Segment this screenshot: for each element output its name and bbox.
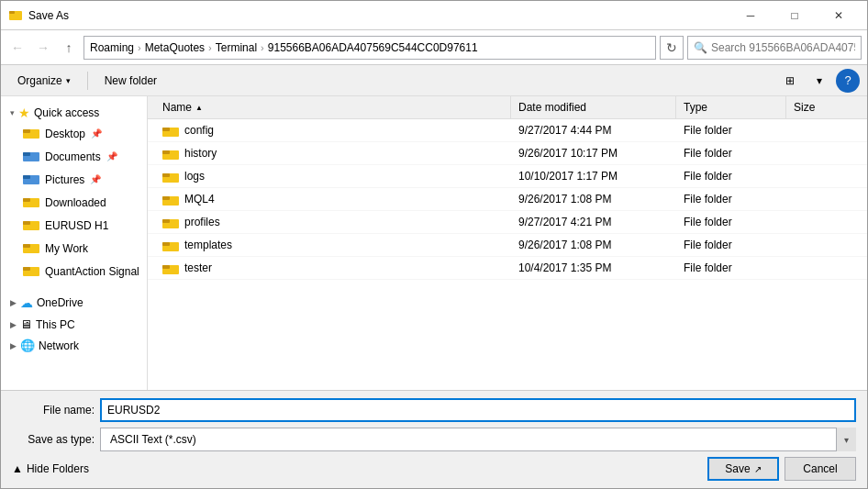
search-box[interactable]: 🔍 [687,36,862,60]
svg-rect-19 [162,150,170,154]
file-row[interactable]: profiles 9/27/2017 4:21 PM File folder [148,211,867,234]
view-dropdown-icon: ▾ [817,74,822,87]
up-button[interactable]: ↑ [58,37,80,59]
onedrive-chevron-icon: ▶ [10,298,17,307]
folder-icon [162,239,179,251]
refresh-icon: ↻ [666,40,677,55]
help-button[interactable]: ? [836,69,860,93]
file-row[interactable]: history 9/26/2017 10:17 PM File folder [148,142,867,165]
sidebar-section-quickaccess[interactable]: ▾ ★ Quick access [1,100,147,122]
title-bar: Save As ─ □ ✕ [1,1,867,30]
sidebar-pictures-label: Pictures [45,173,84,186]
header-date-modified[interactable]: Date modified [511,96,676,118]
file-row[interactable]: templates 9/26/2017 1:08 PM File folder [148,234,867,257]
hide-folders-label: Hide Folders [27,462,89,475]
organize-button[interactable]: Organize ▾ [8,69,80,93]
filename-label: File name: [12,404,95,417]
refresh-button[interactable]: ↻ [660,36,684,60]
file-row[interactable]: tester 10/4/2017 1:35 PM File folder [148,257,867,280]
back-button[interactable]: ← [6,37,28,59]
file-cell-date: 10/10/2017 1:17 PM [511,165,676,187]
hide-folders-button[interactable]: ▲ Hide Folders [12,462,89,475]
sidebar-item-desktop[interactable]: Desktop 📌 [1,122,147,145]
close-button[interactable]: ✕ [818,1,860,30]
eurusd-folder-icon [23,217,39,233]
new-folder-button[interactable]: New folder [95,69,166,93]
sidebar-onedrive-label: OneDrive [37,296,83,309]
sidebar-network-label: Network [39,339,79,352]
sidebar-item-pictures[interactable]: Pictures 📌 [1,168,147,191]
sidebar-item-quantaction[interactable]: QuantAction Signal [1,260,147,283]
organize-chevron-icon: ▾ [66,76,71,85]
filename-input[interactable] [100,398,856,422]
svg-rect-13 [23,244,30,248]
sidebar-section-network[interactable]: ▶ 🌐 Network [1,333,147,354]
svg-rect-29 [162,265,170,269]
file-row[interactable]: logs 10/10/2017 1:17 PM File folder [148,165,867,188]
forward-button[interactable]: → [32,37,54,59]
minimize-button[interactable]: ─ [729,1,772,30]
sidebar-item-eurusd[interactable]: EURUSD H1 [1,214,147,237]
sidebar-item-documents[interactable]: Documents 📌 [1,145,147,168]
file-cell-name: logs [155,165,511,187]
file-cell-name: profiles [155,211,511,233]
saveastype-row: Save as type: ASCII Text (*.csv)CSV (*.c… [12,428,856,451]
maximize-button[interactable]: □ [773,1,816,30]
save-cursor-icon: ↗ [754,464,762,474]
file-list: Name ▲ Date modified Type Size [148,96,867,390]
svg-rect-27 [162,242,170,246]
hide-folders-chevron-icon: ▲ [12,462,23,475]
file-cell-size [786,165,860,187]
file-cell-date: 9/27/2017 4:21 PM [511,211,676,233]
desktop-pin-icon: 📌 [91,128,102,139]
pictures-pin-icon: 📌 [90,174,101,184]
saveastype-select-wrapper[interactable]: ASCII Text (*.csv)CSV (*.csv)Text (*.txt… [100,428,856,451]
organize-label: Organize [17,74,62,87]
search-input[interactable] [711,41,855,54]
sort-asc-icon: ▲ [195,104,203,112]
path-roaming: Roaming [90,41,134,54]
svg-rect-21 [162,173,170,177]
sidebar-quickaccess-label: Quick access [34,106,99,119]
action-row: ▲ Hide Folders Save ↗ Cancel [12,457,856,481]
address-bar: ← → ↑ Roaming › MetaQuotes › Terminal › … [1,30,867,65]
folder-icon [162,170,179,183]
sidebar-section-thispc[interactable]: ▶ 🖥 This PC [1,312,147,333]
sidebar-item-downloaded[interactable]: Downloaded [1,191,147,214]
quickaccess-star-icon: ★ [18,106,30,120]
filename-row: File name: [12,398,856,422]
svg-rect-15 [23,267,30,271]
header-name[interactable]: Name ▲ [155,96,511,118]
save-button[interactable]: Save ↗ [707,457,779,481]
file-cell-size [786,119,860,141]
view-dropdown-button[interactable]: ▾ [807,69,832,93]
address-path[interactable]: Roaming › MetaQuotes › Terminal › 915566… [83,36,656,60]
folder-icon [162,261,179,274]
header-size[interactable]: Size [786,96,860,118]
save-label: Save [725,462,750,475]
network-chevron-icon: ▶ [10,341,17,350]
work-folder-icon [23,240,39,256]
file-row[interactable]: MQL4 9/26/2017 1:08 PM File folder [148,188,867,211]
file-cell-date: 9/26/2017 1:08 PM [511,234,676,256]
view-toggle-button[interactable]: ⊞ [777,69,803,93]
cancel-label: Cancel [803,462,837,475]
cancel-button[interactable]: Cancel [785,457,856,481]
file-cell-name: MQL4 [155,188,511,210]
file-cell-type: File folder [676,211,786,233]
file-cell-name: tester [155,257,511,279]
folder-icon [162,147,179,160]
file-cell-type: File folder [676,119,786,141]
svg-rect-5 [23,152,30,156]
file-cell-type: File folder [676,188,786,210]
path-terminal: Terminal [216,41,257,54]
header-type[interactable]: Type [676,96,786,118]
file-row[interactable]: config 9/27/2017 4:44 PM File folder [148,119,867,142]
file-cell-name: config [155,119,511,141]
svg-rect-7 [23,175,30,179]
saveastype-select[interactable]: ASCII Text (*.csv)CSV (*.csv)Text (*.txt… [100,428,856,451]
pictures-folder-icon [23,172,39,187]
sidebar-section-onedrive[interactable]: ▶ ☁ OneDrive [1,290,147,312]
quickaccess-chevron-icon: ▾ [10,108,15,117]
sidebar-item-work[interactable]: My Work [1,237,147,260]
